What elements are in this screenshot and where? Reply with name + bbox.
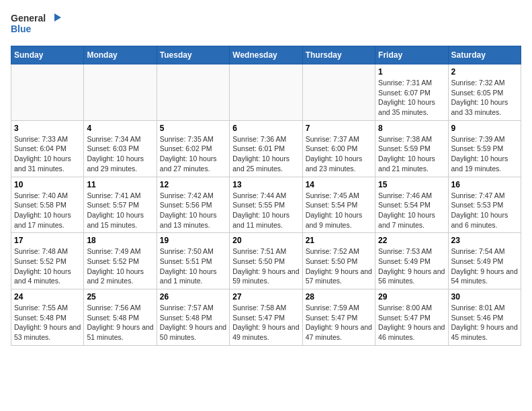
logo: GeneralBlue [11,11,64,38]
calendar-table: SundayMondayTuesdayWednesdayThursdayFrid… [11,46,521,346]
calendar-week-row: 17Sunrise: 7:48 AM Sunset: 5:52 PM Dayli… [11,233,521,289]
calendar-day-cell: 2Sunrise: 7:32 AM Sunset: 6:05 PM Daylig… [448,64,521,121]
svg-text:General: General [11,13,46,24]
weekday-header: Thursday [302,46,375,64]
logo-icon: GeneralBlue [11,11,64,38]
calendar-day-cell: 22Sunrise: 7:53 AM Sunset: 5:49 PM Dayli… [375,233,448,289]
day-info: Sunrise: 7:58 AM Sunset: 5:47 PM Dayligh… [232,303,299,342]
day-info: Sunrise: 7:55 AM Sunset: 5:48 PM Dayligh… [14,303,81,342]
day-info: Sunrise: 7:44 AM Sunset: 5:55 PM Dayligh… [232,191,299,230]
day-number: 28 [306,292,372,302]
calendar-header-row: SundayMondayTuesdayWednesdayThursdayFrid… [11,46,521,64]
day-number: 7 [306,124,372,133]
calendar-day-cell [11,64,84,121]
day-info: Sunrise: 7:48 AM Sunset: 5:52 PM Dayligh… [14,246,81,286]
day-info: Sunrise: 7:54 AM Sunset: 5:49 PM Dayligh… [451,246,518,286]
calendar-day-cell: 9Sunrise: 7:39 AM Sunset: 5:59 PM Daylig… [448,120,521,177]
calendar-day-cell: 24Sunrise: 7:55 AM Sunset: 5:48 PM Dayli… [11,289,84,346]
day-number: 24 [14,292,81,302]
calendar-week-row: 10Sunrise: 7:40 AM Sunset: 5:58 PM Dayli… [11,177,521,233]
calendar-day-cell: 29Sunrise: 8:00 AM Sunset: 5:47 PM Dayli… [375,289,448,346]
calendar-day-cell: 16Sunrise: 7:47 AM Sunset: 5:53 PM Dayli… [448,177,521,233]
day-info: Sunrise: 7:36 AM Sunset: 6:01 PM Dayligh… [232,134,299,174]
day-number: 16 [451,180,518,189]
day-number: 19 [160,236,226,245]
day-number: 10 [14,180,81,189]
calendar-day-cell: 10Sunrise: 7:40 AM Sunset: 5:58 PM Dayli… [11,177,84,233]
day-info: Sunrise: 7:34 AM Sunset: 6:03 PM Dayligh… [87,134,153,174]
day-number: 9 [451,124,518,133]
day-info: Sunrise: 7:53 AM Sunset: 5:49 PM Dayligh… [378,246,445,286]
day-info: Sunrise: 7:31 AM Sunset: 6:07 PM Dayligh… [378,78,445,118]
calendar-day-cell: 6Sunrise: 7:36 AM Sunset: 6:01 PM Daylig… [230,120,302,177]
weekday-header: Wednesday [230,46,302,64]
day-info: Sunrise: 7:37 AM Sunset: 6:00 PM Dayligh… [306,134,372,174]
calendar-day-cell: 30Sunrise: 8:01 AM Sunset: 5:46 PM Dayli… [448,289,521,346]
day-number: 22 [378,236,445,245]
calendar-day-cell [84,64,157,121]
calendar-day-cell: 13Sunrise: 7:44 AM Sunset: 5:55 PM Dayli… [230,177,302,233]
calendar-day-cell: 19Sunrise: 7:50 AM Sunset: 5:51 PM Dayli… [157,233,229,289]
day-info: Sunrise: 7:35 AM Sunset: 6:02 PM Dayligh… [160,134,226,174]
page-header: GeneralBlue [11,11,521,38]
calendar-day-cell: 3Sunrise: 7:33 AM Sunset: 6:04 PM Daylig… [11,120,84,177]
day-number: 18 [87,236,153,245]
day-number: 13 [232,180,299,189]
weekday-header: Friday [375,46,448,64]
calendar-day-cell: 23Sunrise: 7:54 AM Sunset: 5:49 PM Dayli… [448,233,521,289]
day-number: 30 [451,292,518,302]
day-number: 21 [306,236,372,245]
calendar-day-cell: 5Sunrise: 7:35 AM Sunset: 6:02 PM Daylig… [157,120,229,177]
day-number: 2 [451,67,518,77]
day-info: Sunrise: 7:32 AM Sunset: 6:05 PM Dayligh… [451,78,518,118]
day-number: 3 [14,124,81,133]
calendar-day-cell: 27Sunrise: 7:58 AM Sunset: 5:47 PM Dayli… [230,289,302,346]
day-number: 27 [232,292,299,302]
day-number: 26 [160,292,226,302]
calendar-day-cell [230,64,302,121]
day-info: Sunrise: 7:40 AM Sunset: 5:58 PM Dayligh… [14,191,81,230]
day-info: Sunrise: 7:41 AM Sunset: 5:57 PM Dayligh… [87,191,153,230]
calendar-day-cell: 28Sunrise: 7:59 AM Sunset: 5:47 PM Dayli… [302,289,375,346]
day-number: 20 [232,236,299,245]
calendar-day-cell: 26Sunrise: 7:57 AM Sunset: 5:48 PM Dayli… [157,289,229,346]
day-info: Sunrise: 7:47 AM Sunset: 5:53 PM Dayligh… [451,191,518,230]
day-info: Sunrise: 7:42 AM Sunset: 5:56 PM Dayligh… [160,191,226,230]
day-number: 12 [160,180,226,189]
calendar-day-cell: 14Sunrise: 7:45 AM Sunset: 5:54 PM Dayli… [302,177,375,233]
calendar-day-cell [157,64,229,121]
day-info: Sunrise: 7:56 AM Sunset: 5:48 PM Dayligh… [87,303,153,342]
day-info: Sunrise: 7:51 AM Sunset: 5:50 PM Dayligh… [232,246,299,286]
day-info: Sunrise: 7:49 AM Sunset: 5:52 PM Dayligh… [87,246,153,286]
calendar-day-cell: 1Sunrise: 7:31 AM Sunset: 6:07 PM Daylig… [375,64,448,121]
weekday-header: Sunday [11,46,84,64]
day-info: Sunrise: 8:01 AM Sunset: 5:46 PM Dayligh… [451,303,518,342]
day-info: Sunrise: 8:00 AM Sunset: 5:47 PM Dayligh… [378,303,445,342]
calendar-day-cell: 20Sunrise: 7:51 AM Sunset: 5:50 PM Dayli… [230,233,302,289]
day-info: Sunrise: 7:46 AM Sunset: 5:54 PM Dayligh… [378,191,445,230]
calendar-day-cell: 4Sunrise: 7:34 AM Sunset: 6:03 PM Daylig… [84,120,157,177]
day-info: Sunrise: 7:33 AM Sunset: 6:04 PM Dayligh… [14,134,81,174]
weekday-header: Saturday [448,46,521,64]
day-number: 4 [87,124,153,133]
calendar-day-cell: 7Sunrise: 7:37 AM Sunset: 6:00 PM Daylig… [302,120,375,177]
day-number: 15 [378,180,445,189]
calendar-day-cell: 8Sunrise: 7:38 AM Sunset: 5:59 PM Daylig… [375,120,448,177]
calendar-day-cell: 25Sunrise: 7:56 AM Sunset: 5:48 PM Dayli… [84,289,157,346]
calendar-week-row: 24Sunrise: 7:55 AM Sunset: 5:48 PM Dayli… [11,289,521,346]
day-info: Sunrise: 7:52 AM Sunset: 5:50 PM Dayligh… [306,246,372,286]
calendar-day-cell [302,64,375,121]
day-info: Sunrise: 7:39 AM Sunset: 5:59 PM Dayligh… [451,134,518,174]
svg-marker-1 [54,13,61,21]
calendar-day-cell: 15Sunrise: 7:46 AM Sunset: 5:54 PM Dayli… [375,177,448,233]
day-number: 11 [87,180,153,189]
calendar-week-row: 1Sunrise: 7:31 AM Sunset: 6:07 PM Daylig… [11,64,521,121]
calendar-day-cell: 21Sunrise: 7:52 AM Sunset: 5:50 PM Dayli… [302,233,375,289]
day-number: 25 [87,292,153,302]
day-number: 8 [378,124,445,133]
day-info: Sunrise: 7:59 AM Sunset: 5:47 PM Dayligh… [306,303,372,342]
day-info: Sunrise: 7:50 AM Sunset: 5:51 PM Dayligh… [160,246,226,286]
day-info: Sunrise: 7:45 AM Sunset: 5:54 PM Dayligh… [306,191,372,230]
day-number: 6 [232,124,299,133]
weekday-header: Monday [84,46,157,64]
